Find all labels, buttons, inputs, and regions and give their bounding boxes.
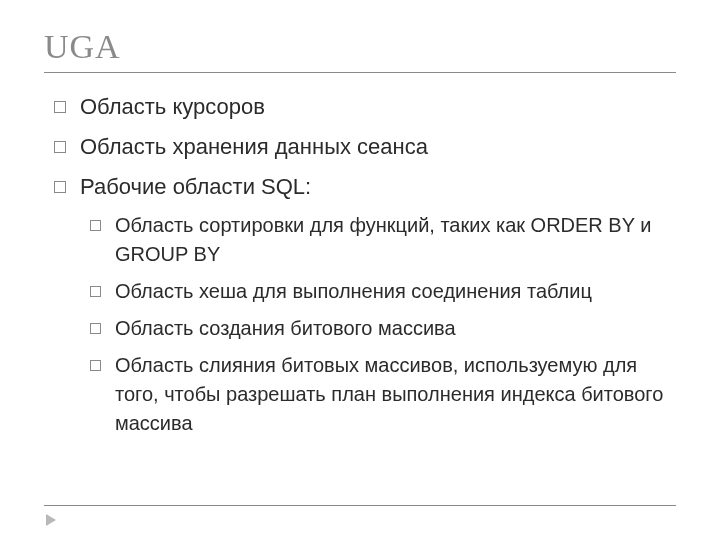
list-item: Область курсоров xyxy=(54,91,676,123)
bullet-icon xyxy=(54,181,66,193)
bullet-text: Область хеша для выполнения соединения т… xyxy=(115,277,676,306)
list-item: Область сортировки для функций, таких ка… xyxy=(90,211,676,269)
bullet-text: Рабочие области SQL: xyxy=(80,171,676,203)
footer-divider xyxy=(44,505,676,506)
list-item: Область хеша для выполнения соединения т… xyxy=(90,277,676,306)
bullet-icon xyxy=(54,141,66,153)
play-icon xyxy=(46,514,56,526)
list-item: Область хранения данных сеанса xyxy=(54,131,676,163)
bullet-icon xyxy=(90,220,101,231)
list-item: Область слияния битовых массивов, исполь… xyxy=(90,351,676,438)
bullet-icon xyxy=(90,323,101,334)
bullet-text: Область сортировки для функций, таких ка… xyxy=(115,211,676,269)
bullet-icon xyxy=(90,360,101,371)
page-title: UGA xyxy=(44,28,676,66)
list-item: Область создания битового массива xyxy=(90,314,676,343)
bullet-icon xyxy=(54,101,66,113)
bullet-text: Область слияния битовых массивов, исполь… xyxy=(115,351,676,438)
bullet-text: Область создания битового массива xyxy=(115,314,676,343)
title-divider xyxy=(44,72,676,73)
bullet-text: Область хранения данных сеанса xyxy=(80,131,676,163)
list-item: Рабочие области SQL: xyxy=(54,171,676,203)
bullet-icon xyxy=(90,286,101,297)
slide: UGA Область курсоров Область хранения да… xyxy=(0,0,720,540)
bullet-text: Область курсоров xyxy=(80,91,676,123)
sub-bullet-list: Область сортировки для функций, таких ка… xyxy=(44,211,676,438)
bullet-list: Область курсоров Область хранения данных… xyxy=(44,91,676,203)
